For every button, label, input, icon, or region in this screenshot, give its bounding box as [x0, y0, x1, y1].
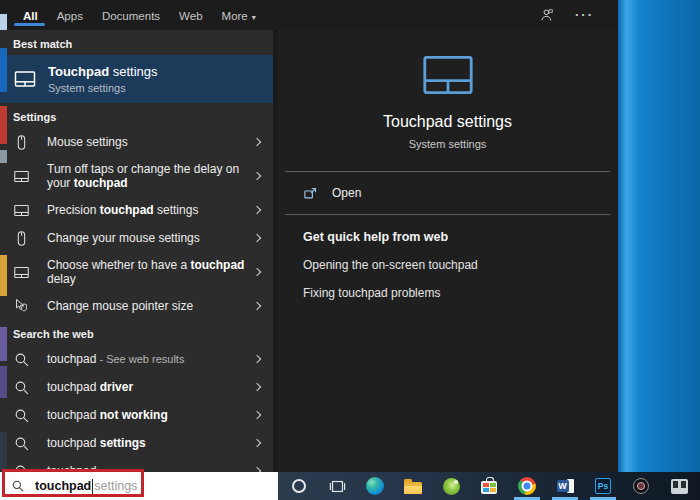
- result-row[interactable]: Choose whether to have a touchpaddelay: [0, 252, 273, 292]
- touchpad-icon: [13, 264, 30, 281]
- chevron-right-icon: [253, 234, 261, 242]
- pointer-icon: [13, 298, 30, 315]
- result-row[interactable]: Change mouse pointer size: [0, 292, 273, 320]
- preview-subtitle: System settings: [277, 138, 618, 150]
- taskbar-icon-green-utility[interactable]: [432, 472, 470, 500]
- tab-all[interactable]: All: [23, 1, 38, 30]
- open-button[interactable]: Open: [277, 172, 618, 214]
- taskbar-icon-task-view[interactable]: [318, 472, 356, 500]
- open-label: Open: [332, 186, 361, 200]
- result-row[interactable]: Mouse settings: [0, 128, 273, 156]
- desktop-wallpaper: [618, 0, 700, 472]
- desktop-icon-fragment: [0, 106, 7, 144]
- chevron-right-icon: [253, 206, 261, 214]
- result-row[interactable]: Change your mouse settings: [0, 224, 273, 252]
- active-tab-indicator: [14, 23, 45, 26]
- best-match-title: Touchpad settings: [48, 64, 158, 79]
- taskbar-icon-word[interactable]: W: [546, 472, 584, 500]
- search-icon: [13, 407, 30, 424]
- result-text: touchpad not working: [47, 408, 252, 423]
- section-header: Best match: [0, 30, 273, 55]
- quick-help-links: Opening the on-screen touchpadFixing tou…: [303, 258, 618, 300]
- search-window: AllAppsDocumentsWebMore▾ ··· Best match …: [0, 0, 618, 472]
- chevron-right-icon: [253, 411, 261, 419]
- open-icon: [303, 186, 318, 201]
- result-text: Choose whether to have a touchpaddelay: [47, 258, 252, 287]
- desktop-icon-fragment: [0, 366, 7, 398]
- quick-help-link[interactable]: Opening the on-screen touchpad: [303, 258, 618, 272]
- taskbar-icon-edge[interactable]: [356, 472, 394, 500]
- result-row[interactable]: touchpad - See web results: [0, 345, 273, 373]
- tab-label: Documents: [102, 10, 160, 22]
- taskbar-icon-file-explorer[interactable]: [394, 472, 432, 500]
- search-icon: [13, 351, 30, 368]
- taskbar-icon-photoshop[interactable]: Ps: [584, 472, 622, 500]
- result-row[interactable]: touchpad settings: [0, 429, 273, 457]
- taskbar: WPs: [278, 472, 700, 500]
- more-options-icon[interactable]: ···: [575, 11, 594, 19]
- result-row[interactable]: touchpad not working: [0, 401, 273, 429]
- screen: AllAppsDocumentsWebMore▾ ··· Best match …: [0, 0, 700, 500]
- result-text: Turn off taps or change the delay onyour…: [47, 162, 252, 191]
- chevron-right-icon: [253, 302, 261, 310]
- result-text: Precision touchpad settings: [47, 203, 252, 218]
- result-row[interactable]: Turn off taps or change the delay onyour…: [0, 156, 273, 196]
- chevron-right-icon: [253, 268, 261, 276]
- desktop-icon-fragment: [0, 432, 7, 470]
- mouse-icon: [13, 134, 30, 151]
- results-panel: Best match Touchpad settingsSystem setti…: [0, 30, 273, 472]
- result-text: Change your mouse settings: [47, 231, 252, 246]
- quick-help-header: Get quick help from web: [303, 230, 618, 244]
- chevron-right-icon: [253, 138, 261, 146]
- tab-documents[interactable]: Documents: [102, 1, 160, 30]
- taskbar-icon-media-app[interactable]: [660, 472, 698, 500]
- chevron-right-icon: [253, 383, 261, 391]
- search-filter-bar: AllAppsDocumentsWebMore▾ ···: [0, 0, 618, 30]
- taskbar-icon-camera-app[interactable]: [622, 472, 660, 500]
- search-tabs-list: AllAppsDocumentsWebMore▾: [23, 1, 256, 30]
- tabbar-actions: ···: [539, 7, 594, 23]
- chevron-right-icon: [253, 172, 261, 180]
- preview-panel: Touchpad settings System settings Open G…: [277, 30, 618, 472]
- section-header: Settings: [0, 103, 273, 128]
- taskbar-icon-chrome[interactable]: [508, 472, 546, 500]
- desktop-icon-fragment: [0, 14, 7, 30]
- quick-help-section: Get quick help from web Opening the on-s…: [277, 215, 618, 300]
- result-text: touchpad settings: [47, 436, 252, 451]
- result-row[interactable]: Precision touchpad settings: [0, 196, 273, 224]
- touchpad-preview-icon: [422, 54, 474, 96]
- tab-apps[interactable]: Apps: [57, 1, 83, 30]
- result-row[interactable]: touchpad driver: [0, 373, 273, 401]
- section-header: Search the web: [0, 320, 273, 345]
- tab-label: More: [222, 10, 248, 22]
- chevron-down-icon: ▾: [252, 13, 256, 22]
- taskbar-icon-cortana[interactable]: [280, 472, 318, 500]
- chevron-right-icon: [253, 439, 261, 447]
- tab-web[interactable]: Web: [179, 1, 202, 30]
- mouse-icon: [13, 230, 30, 247]
- touchpad-icon: [13, 168, 30, 185]
- annotation-highlight-box: [2, 469, 144, 497]
- tab-label: Web: [179, 10, 202, 22]
- result-text: Change mouse pointer size: [47, 299, 252, 314]
- quick-help-link[interactable]: Fixing touchpad problems: [303, 286, 618, 300]
- desktop-icon-fragment: [0, 48, 7, 92]
- best-match-row[interactable]: Touchpad settingsSystem settings: [0, 55, 273, 103]
- touchpad-icon: [13, 67, 37, 91]
- touchpad-icon: [13, 202, 30, 219]
- result-text: touchpad - See web results: [47, 352, 252, 367]
- chevron-right-icon: [253, 355, 261, 363]
- preview-title: Touchpad settings: [277, 113, 618, 131]
- tab-more[interactable]: More▾: [222, 1, 256, 30]
- account-icon[interactable]: [539, 7, 555, 23]
- tab-label: Apps: [57, 10, 83, 22]
- best-match-subtitle: System settings: [48, 82, 158, 94]
- result-text: touchpad driver: [47, 380, 252, 395]
- result-text: Mouse settings: [47, 135, 252, 150]
- tab-label: All: [23, 10, 38, 22]
- taskbar-icon-microsoft-store[interactable]: [470, 472, 508, 500]
- desktop-icon-fragment: [0, 150, 7, 163]
- desktop-icon-fragment: [0, 327, 7, 361]
- search-icon: [13, 379, 30, 396]
- desktop-icon-fragment: [0, 255, 7, 296]
